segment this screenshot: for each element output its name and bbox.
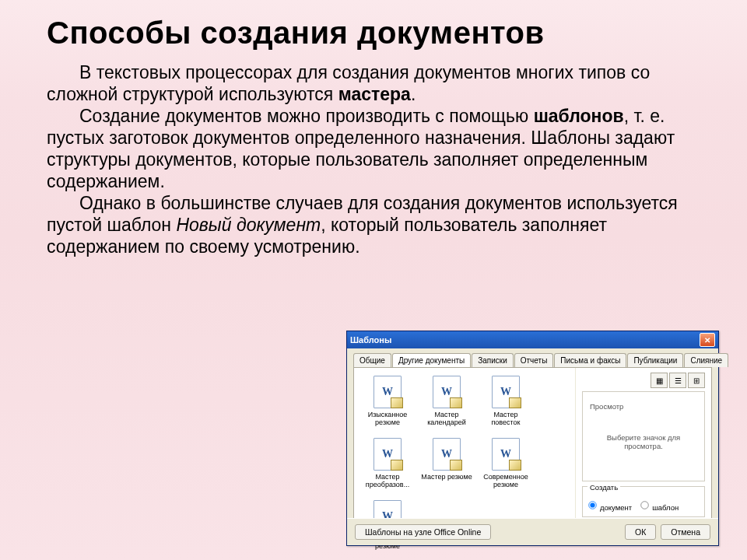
ok-button[interactable]: ОК (625, 524, 656, 540)
view-large-icon[interactable]: ▦ (651, 373, 668, 388)
cancel-button[interactable]: Отмена (661, 524, 710, 540)
tab-pane: WИзысканное резюмеWМастер календарейWМас… (353, 367, 712, 523)
preview-group: Просмотр Выберите значок для просмотра. (582, 391, 705, 481)
radio-document[interactable]: документ (587, 500, 632, 512)
office-online-button[interactable]: Шаблоны на узле Office Online (355, 524, 491, 540)
tab-0[interactable]: Общие (353, 353, 391, 367)
create-group: Создать документ шаблон (582, 486, 705, 517)
dialog-button-row: Шаблоны на узле Office Online ОК Отмена (347, 518, 718, 545)
dialog-title: Шаблоны (350, 335, 391, 345)
word-doc-icon: W (492, 376, 520, 408)
template-item-label: Мастер резюме (421, 474, 472, 481)
preview-title: Просмотр (587, 402, 626, 411)
page-title: Способы создания документов (47, 16, 716, 51)
paragraph-1: В текстовых процессорах для создания док… (47, 61, 716, 105)
tab-6[interactable]: Слияние (684, 353, 728, 367)
view-list-icon[interactable]: ☰ (669, 373, 686, 388)
template-item[interactable]: WМастер повесток (480, 376, 531, 427)
word-doc-icon: W (433, 438, 461, 471)
tab-4[interactable]: Письма и факсы (554, 353, 626, 367)
preview-placeholder: Выберите значок для просмотра. (587, 419, 700, 450)
term-shablonov: шаблонов (534, 106, 624, 126)
template-item-label: Мастер календарей (421, 411, 472, 427)
template-list: WИзысканное резюмеWМастер календарейWМас… (354, 368, 575, 522)
tab-strip: ОбщиеДругие документыЗапискиОтчетыПисьма… (347, 348, 718, 367)
text: . (411, 84, 416, 104)
paragraph-2: Создание документов можно производить с … (47, 105, 716, 192)
template-item[interactable]: WМастер преобразов... (362, 438, 413, 489)
template-item-label: Мастер преобразов... (362, 474, 413, 489)
term-novyi-dokument: Новый документ (176, 215, 321, 235)
template-item[interactable]: WМастер резюме (421, 438, 472, 489)
template-item-label: Современное резюме (480, 474, 531, 489)
template-item[interactable]: WИзысканное резюме (362, 376, 413, 427)
tab-1[interactable]: Другие документы (392, 353, 471, 367)
right-panel: ▦ ☰ ⊞ Просмотр Выберите значок для просм… (575, 368, 711, 522)
close-icon[interactable]: ✕ (700, 333, 715, 347)
radio-document-label: документ (600, 503, 632, 512)
term-mastera: мастера (338, 84, 411, 104)
dialog-titlebar[interactable]: Шаблоны ✕ (347, 331, 718, 348)
template-item[interactable]: WМастер календарей (421, 376, 472, 427)
tab-5[interactable]: Публикации (627, 353, 683, 367)
radio-template[interactable]: шаблон (640, 500, 679, 512)
templates-dialog: Шаблоны ✕ ОбщиеДругие документыЗапискиОт… (346, 331, 719, 546)
create-title: Создать (587, 483, 620, 492)
word-doc-icon: W (433, 376, 461, 408)
tab-3[interactable]: Отчеты (514, 353, 554, 367)
view-mode-buttons: ▦ ☰ ⊞ (582, 373, 705, 388)
text: Создание документов можно производить с … (79, 106, 534, 126)
word-doc-icon: W (374, 438, 402, 471)
word-doc-icon: W (374, 376, 402, 408)
tab-2[interactable]: Записки (472, 353, 514, 367)
template-item-label: Мастер повесток (480, 411, 531, 427)
template-item-label: Изысканное резюме (362, 411, 413, 427)
paragraph-3: Однако в большинстве случаев для создани… (47, 192, 716, 257)
view-details-icon[interactable]: ⊞ (688, 373, 705, 388)
template-item[interactable]: WСовременное резюме (480, 438, 531, 489)
radio-template-label: шаблон (652, 503, 679, 512)
word-doc-icon: W (492, 438, 520, 471)
